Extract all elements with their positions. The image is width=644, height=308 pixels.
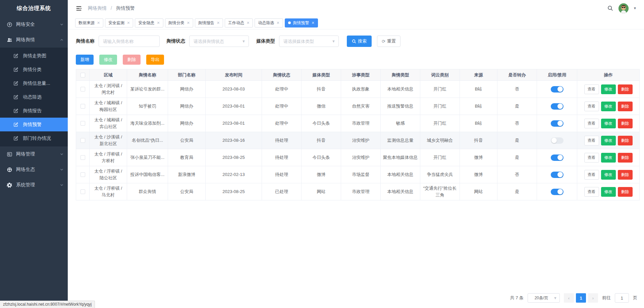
view-button[interactable]: 查看 <box>584 84 599 94</box>
close-icon[interactable]: ✕ <box>217 21 220 25</box>
sidebar-subitem-department-transfer[interactable]: 部门转办情况 <box>0 131 68 145</box>
reset-button[interactable]: ⟳ 重置 <box>377 36 400 47</box>
sidebar-subitem-dynamic-filter[interactable]: 动态筛选 <box>0 90 68 104</box>
view-button[interactable]: 查看 <box>584 119 599 128</box>
edit-square-icon <box>13 53 19 59</box>
search-icon[interactable] <box>606 5 614 12</box>
sidebar-item-network-yuqing[interactable]: 网络舆情 <box>0 32 68 48</box>
row-delete-button[interactable]: 删除 <box>618 153 633 163</box>
prev-page-button[interactable]: ‹ <box>564 293 574 303</box>
row-delete-button[interactable]: 删除 <box>618 84 633 94</box>
edit-button[interactable]: 修改 <box>99 55 117 65</box>
export-button[interactable]: 导出 <box>146 55 164 65</box>
row-checkbox[interactable] <box>80 138 85 143</box>
row-checkbox[interactable] <box>80 104 85 109</box>
row-actions: 查看修改删除 <box>579 153 637 163</box>
cell-actions: 查看修改删除 <box>577 132 640 149</box>
close-icon[interactable]: ✕ <box>97 21 100 25</box>
page-number-1[interactable]: 1 <box>576 293 586 303</box>
row-edit-button[interactable]: 修改 <box>601 119 616 128</box>
tab-security-risk[interactable]: 安全隐患✕ <box>135 18 163 27</box>
delete-button[interactable]: 删除 <box>123 55 141 65</box>
row-edit-button[interactable]: 修改 <box>601 136 616 145</box>
sidebar-item-network-security[interactable]: 网络安全 <box>0 17 68 32</box>
row-edit-button[interactable]: 修改 <box>601 187 616 197</box>
row-edit-button[interactable]: 修改 <box>601 170 616 180</box>
breadcrumb-current: 舆情预警 <box>116 5 135 11</box>
sidebar-subitem-yuqing-info-volume[interactable]: 舆情信息量... <box>0 76 68 90</box>
close-icon[interactable]: ✕ <box>187 21 190 25</box>
tab-security-monitor[interactable]: 安全监测✕ <box>105 18 133 27</box>
row-checkbox[interactable] <box>80 189 85 194</box>
enable-toggle[interactable] <box>551 120 564 127</box>
cell-media: 抖音 <box>302 132 341 149</box>
table-header: 区域舆情名称部门名称发布时间舆情状态媒体类型涉事类型舆情类型词云类别来源是否转办… <box>76 69 640 81</box>
hamburger-menu-icon[interactable] <box>75 5 83 12</box>
page-size-select[interactable]: 20条/页 <box>528 293 560 303</box>
row-actions: 查看修改删除 <box>579 84 637 94</box>
close-icon[interactable]: ✕ <box>247 21 250 25</box>
row-checkbox[interactable] <box>80 172 85 177</box>
sidebar-subitem-yuqing-report[interactable]: 舆情报告 <box>0 104 68 118</box>
row-checkbox[interactable] <box>80 87 85 91</box>
breadcrumb-parent[interactable]: 网络舆情 <box>88 5 107 11</box>
cell-involved_type: 治安维护 <box>341 132 381 149</box>
enable-toggle[interactable] <box>551 172 564 178</box>
enable-toggle[interactable] <box>551 103 564 110</box>
sidebar-subitem-yuqing-warning[interactable]: 舆情预警 <box>0 118 68 131</box>
tab-work-dynamic[interactable]: 工作动态✕ <box>225 18 253 27</box>
tab-yuqing-report[interactable]: 舆情报告✕ <box>195 18 223 27</box>
close-icon[interactable]: ✕ <box>157 21 160 25</box>
monitor-icon <box>6 151 13 158</box>
tab-dynamic-filter[interactable]: 动态筛选✕ <box>255 18 283 27</box>
cell-department: 网信办 <box>168 98 206 115</box>
chevron-down-icon[interactable]: ▼ <box>633 6 637 10</box>
next-page-button[interactable]: › <box>588 293 598 303</box>
avatar[interactable] <box>619 3 629 13</box>
tab-label: 安全隐患 <box>138 20 154 26</box>
chevron-down-icon <box>60 183 64 187</box>
yuqing-name-input[interactable] <box>99 36 160 47</box>
row-delete-button[interactable]: 删除 <box>618 136 633 145</box>
view-button[interactable]: 查看 <box>584 187 599 197</box>
enable-toggle[interactable] <box>551 86 564 93</box>
select-all-checkbox[interactable] <box>80 73 85 77</box>
cell-department: 公安局 <box>168 132 206 149</box>
yuqing-status-select[interactable] <box>189 36 249 47</box>
enable-toggle[interactable] <box>551 189 564 195</box>
row-edit-button[interactable]: 修改 <box>601 153 616 163</box>
media-type-select[interactable] <box>279 36 339 47</box>
column-header: 启用/禁用 <box>537 69 577 81</box>
sidebar-subitem-yuqing-category[interactable]: 舆情分类 <box>0 63 68 76</box>
sidebar-item-network-eco[interactable]: 网络生态 <box>0 162 68 177</box>
view-button[interactable]: 查看 <box>584 102 599 111</box>
search-button[interactable]: 搜索 <box>347 36 372 47</box>
row-checkbox[interactable] <box>80 155 85 160</box>
row-checkbox-cell <box>76 98 90 115</box>
row-edit-button[interactable]: 修改 <box>601 84 616 94</box>
sidebar-item-system-manage[interactable]: 系统管理 <box>0 177 68 193</box>
row-edit-button[interactable]: 修改 <box>601 102 616 111</box>
goto-page-input[interactable] <box>615 293 629 303</box>
close-icon[interactable]: ✕ <box>127 21 130 25</box>
close-icon[interactable]: ✕ <box>312 21 315 25</box>
enable-toggle[interactable] <box>551 155 564 161</box>
row-checkbox[interactable] <box>80 121 85 126</box>
tab-yuqing-category[interactable]: 舆情分类✕ <box>165 18 193 27</box>
tab-yuqing-warning[interactable]: 舆情预警✕ <box>285 18 318 27</box>
tab-data-source[interactable]: 数据来源✕ <box>75 18 103 27</box>
row-delete-button[interactable]: 删除 <box>618 102 633 111</box>
sidebar-item-network-manage[interactable]: 网络管理 <box>0 146 68 162</box>
add-button[interactable]: 新增 <box>76 55 94 65</box>
cell-enabled <box>537 132 577 149</box>
row-delete-button[interactable]: 删除 <box>618 187 633 197</box>
view-button[interactable]: 查看 <box>584 170 599 180</box>
row-delete-button[interactable]: 删除 <box>618 119 633 128</box>
view-button[interactable]: 查看 <box>584 153 599 163</box>
sidebar-subitem-yuqing-trend[interactable]: 舆情走势图 <box>0 49 68 63</box>
view-button[interactable]: 查看 <box>584 136 599 145</box>
close-icon[interactable]: ✕ <box>276 21 279 25</box>
enable-toggle[interactable] <box>551 137 564 144</box>
row-actions: 查看修改删除 <box>579 136 637 145</box>
row-delete-button[interactable]: 删除 <box>618 170 633 180</box>
